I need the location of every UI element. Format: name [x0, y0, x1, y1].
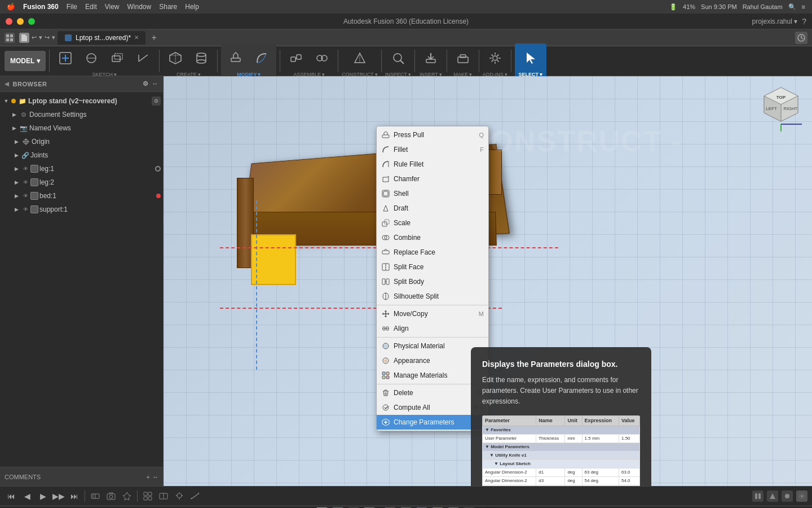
modify-fillet-btn[interactable]: [249, 45, 274, 72]
viewport-mode-2[interactable]: [767, 491, 778, 502]
create-box-btn[interactable]: [163, 45, 188, 72]
tree-joints[interactable]: ▶ 🔗 Joints: [0, 148, 163, 162]
inspect-btn[interactable]: [386, 45, 411, 72]
notification-icon[interactable]: ≡: [802, 3, 805, 10]
bed1-expand-arrow[interactable]: ▶: [12, 192, 20, 200]
insert-btn[interactable]: [418, 45, 443, 72]
create-cylinder-btn[interactable]: [189, 45, 214, 72]
apple-menu[interactable]: 🍎: [7, 3, 15, 11]
tree-origin[interactable]: ▶ Origin: [0, 135, 163, 148]
sketch-create-btn[interactable]: [53, 45, 78, 72]
tree-root-item[interactable]: ▼ 📁 Lptop stand (v2~recovered) ⚙: [0, 94, 163, 108]
assemble-btn[interactable]: [284, 45, 308, 72]
camera-btn[interactable]: [104, 489, 118, 503]
tree-leg2[interactable]: ▶ 👁 leg:2: [0, 176, 163, 189]
tab-close-btn[interactable]: ✕: [134, 34, 139, 41]
select-btn[interactable]: [518, 45, 543, 72]
playback-end-btn[interactable]: ⏭: [68, 489, 81, 503]
root-expand-arrow[interactable]: ▼: [2, 97, 10, 105]
redo-dropdown[interactable]: ▾: [52, 34, 55, 41]
menu-split-face[interactable]: Split Face: [377, 260, 488, 274]
leg1-expand-arrow[interactable]: ▶: [12, 165, 20, 173]
menu-file[interactable]: File: [67, 3, 77, 11]
maximize-btn[interactable]: [28, 18, 35, 25]
bed1-visibility-icon[interactable]: 👁: [21, 192, 29, 200]
sketch-dimension-btn[interactable]: [131, 45, 156, 72]
origin-expand-arrow[interactable]: ▶: [12, 138, 20, 146]
menu-edit[interactable]: Edit: [85, 3, 97, 11]
clock-icon[interactable]: [795, 32, 807, 44]
browser-resize-icon[interactable]: ↔: [152, 80, 159, 87]
addins-btn[interactable]: [483, 45, 508, 72]
menu-replace-face[interactable]: Replace Face: [377, 245, 488, 260]
redo-btn[interactable]: ↪: [45, 34, 50, 41]
app-name[interactable]: Fusion 360: [23, 3, 59, 11]
support1-visibility-icon[interactable]: 👁: [21, 205, 29, 213]
nav-cube[interactable]: TOP RIGHT LEFT: [756, 82, 806, 133]
comments-resize-btn[interactable]: ↔: [152, 474, 158, 480]
menu-move-copy[interactable]: Move/Copy M: [377, 306, 488, 321]
menu-split-body[interactable]: Split Body: [377, 274, 488, 289]
section-btn[interactable]: [157, 489, 170, 503]
playback-forward-btn[interactable]: ▶▶: [52, 489, 65, 503]
timeline-view-btn[interactable]: [89, 489, 102, 503]
undo-btn[interactable]: ↩: [32, 34, 37, 41]
assemble-joint-btn[interactable]: [310, 45, 334, 72]
playback-back-btn[interactable]: ◀: [20, 489, 34, 503]
grid-btn[interactable]: [141, 489, 155, 503]
leg2-visibility-icon[interactable]: 👁: [21, 178, 29, 186]
pin-btn[interactable]: [120, 489, 134, 503]
settings-expand-arrow[interactable]: ▶: [10, 111, 18, 119]
minimize-btn[interactable]: [17, 18, 24, 25]
sketch-3d-btn[interactable]: [105, 45, 130, 72]
joints-expand-arrow[interactable]: ▶: [12, 151, 20, 159]
support1-expand-arrow[interactable]: ▶: [12, 205, 20, 213]
menu-align[interactable]: Align: [377, 321, 488, 336]
menu-silhouette-split[interactable]: Silhouette Split: [377, 289, 488, 304]
construct-btn[interactable]: [347, 45, 372, 72]
menu-scale[interactable]: Scale: [377, 216, 488, 230]
light-btn[interactable]: [173, 489, 186, 503]
viewport[interactable]: CONSTRUCT - TOP RIGHT LEFT: [164, 76, 812, 486]
user-account[interactable]: projexis.rahul ▾: [752, 17, 798, 25]
settings-gear-icon[interactable]: [796, 491, 807, 502]
tree-named-views[interactable]: ▶ 📷 Named Views: [0, 121, 163, 135]
menu-fillet[interactable]: Fillet F: [377, 142, 488, 157]
named-views-expand-arrow[interactable]: ▶: [10, 124, 18, 132]
menu-shell[interactable]: Shell: [377, 186, 488, 201]
playback-play-btn[interactable]: ▶: [36, 489, 50, 503]
sketch-2d-btn[interactable]: [79, 45, 104, 72]
browser-collapse-btn[interactable]: ◀: [5, 81, 10, 87]
menu-combine[interactable]: Combine: [377, 230, 488, 245]
model-dropdown[interactable]: MODEL ▾: [5, 51, 46, 71]
menu-rule-fillet[interactable]: Rule Fillet: [377, 157, 488, 172]
root-action-icon[interactable]: ⚙: [152, 97, 161, 106]
add-comment-btn[interactable]: +: [147, 474, 150, 480]
measure-btn[interactable]: [188, 489, 202, 503]
playback-start-btn[interactable]: ⏮: [5, 489, 18, 503]
menu-presspull[interactable]: Press Pull Q: [377, 128, 488, 142]
menu-chamfer[interactable]: Chamfer: [377, 172, 488, 186]
menu-window[interactable]: Window: [127, 3, 152, 11]
new-tab-btn[interactable]: +: [148, 32, 160, 44]
modify-presspull-btn[interactable]: [223, 45, 248, 72]
search-icon[interactable]: 🔍: [788, 3, 796, 11]
undo-dropdown[interactable]: ▾: [39, 34, 42, 41]
menu-help[interactable]: Help: [185, 3, 199, 11]
help-btn[interactable]: ?: [802, 17, 806, 26]
menu-view[interactable]: View: [105, 3, 120, 11]
leg1-visibility-icon[interactable]: 👁: [21, 165, 29, 173]
tree-bed1[interactable]: ▶ 👁 bed:1: [0, 189, 163, 203]
close-btn[interactable]: [6, 18, 12, 25]
menu-draft[interactable]: Draft: [377, 201, 488, 216]
make-btn[interactable]: [451, 45, 475, 72]
browser-settings-icon[interactable]: ⚙: [143, 80, 149, 87]
viewport-mode-1[interactable]: [752, 491, 764, 502]
active-tab[interactable]: Lptop st...overed)* ✕: [58, 31, 145, 45]
menu-share[interactable]: Share: [159, 3, 177, 11]
tree-leg1[interactable]: ▶ 👁 leg:1: [0, 162, 163, 176]
tree-document-settings[interactable]: ▶ ⚙ Document Settings: [0, 108, 163, 121]
tree-support1[interactable]: ▶ 👁 support:1: [0, 203, 163, 216]
leg2-expand-arrow[interactable]: ▶: [12, 178, 20, 186]
grid-view-btn[interactable]: [5, 33, 15, 43]
